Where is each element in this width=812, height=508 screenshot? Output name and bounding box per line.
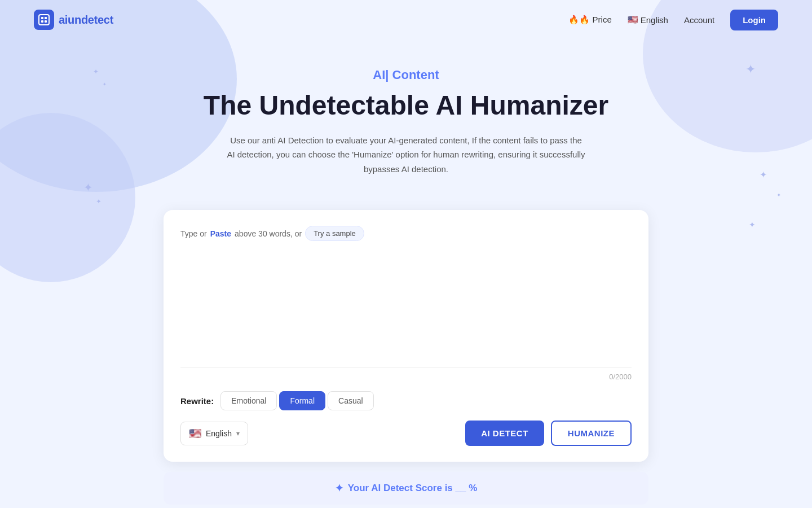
- sparkle-score-icon: ✦: [335, 482, 343, 494]
- score-banner: ✦ Your AI Detect Score is __ %: [164, 472, 648, 505]
- logo-icon: [34, 10, 54, 30]
- account-link[interactable]: Account: [684, 15, 714, 25]
- hero-subtitle: AI| Content: [11, 68, 801, 82]
- score-label: Your AI Detect Score is __ %: [348, 483, 478, 494]
- content-input[interactable]: [180, 248, 632, 361]
- logo-text: aiundetect: [59, 14, 113, 27]
- humanize-button[interactable]: HUMANIZE: [551, 421, 632, 446]
- hero-description: Use our anti AI Detection to evaluate yo…: [226, 133, 586, 177]
- svg-rect-4: [45, 20, 47, 23]
- action-buttons: AI DETECT HUMANIZE: [465, 421, 632, 446]
- textarea-header: Type or Paste above 30 words, or Try a s…: [180, 226, 632, 241]
- logo[interactable]: aiundetect: [34, 10, 113, 30]
- lang-label: English: [206, 429, 232, 438]
- hero-title: The Undetectable AI Humanizer: [11, 89, 801, 122]
- above-label: above 30 words, or: [235, 229, 302, 238]
- us-flag-icon: 🇺🇸: [628, 15, 638, 25]
- rewrite-formal-button[interactable]: Formal: [279, 391, 325, 410]
- sparkle-icon: ✦: [96, 198, 102, 205]
- svg-rect-3: [41, 20, 43, 23]
- hero-section: AI| Content The Undetectable AI Humanize…: [0, 40, 812, 193]
- rewrite-label: Rewrite:: [180, 396, 214, 406]
- chevron-down-icon: ▾: [236, 430, 240, 437]
- sparkle-icon: ✦: [749, 220, 756, 229]
- login-button[interactable]: Login: [730, 10, 778, 30]
- navbar: aiundetect 🔥 🔥 Price 🇺🇸 English Account …: [0, 0, 812, 40]
- price-link[interactable]: 🔥 🔥 Price: [568, 15, 611, 25]
- lang-flag-icon: 🇺🇸: [189, 427, 201, 440]
- svg-rect-0: [39, 15, 49, 25]
- rewrite-casual-button[interactable]: Casual: [328, 391, 374, 410]
- paste-button[interactable]: Paste: [210, 229, 231, 238]
- bottom-row: 🇺🇸 English ▾ AI DETECT HUMANIZE: [180, 421, 632, 446]
- language-link[interactable]: 🇺🇸 English: [628, 15, 668, 25]
- rewrite-emotional-button[interactable]: Emotional: [220, 391, 277, 410]
- rewrite-options: Emotional Formal Casual: [220, 391, 373, 410]
- nav-right: 🔥 🔥 Price 🇺🇸 English Account Login: [568, 10, 778, 30]
- language-selector[interactable]: 🇺🇸 English ▾: [180, 422, 248, 445]
- svg-rect-2: [45, 17, 47, 19]
- type-label: Type or: [180, 229, 207, 238]
- ai-detect-button[interactable]: AI DETECT: [465, 421, 544, 446]
- try-sample-button[interactable]: Try a sample: [305, 226, 364, 241]
- main-editor-card: Type or Paste above 30 words, or Try a s…: [164, 210, 648, 462]
- score-text: ✦ Your AI Detect Score is __ %: [177, 482, 635, 494]
- char-count: 0/2000: [180, 367, 632, 381]
- fire-icon: 🔥: [568, 15, 579, 25]
- svg-rect-1: [41, 17, 43, 19]
- rewrite-row: Rewrite: Emotional Formal Casual: [180, 391, 632, 410]
